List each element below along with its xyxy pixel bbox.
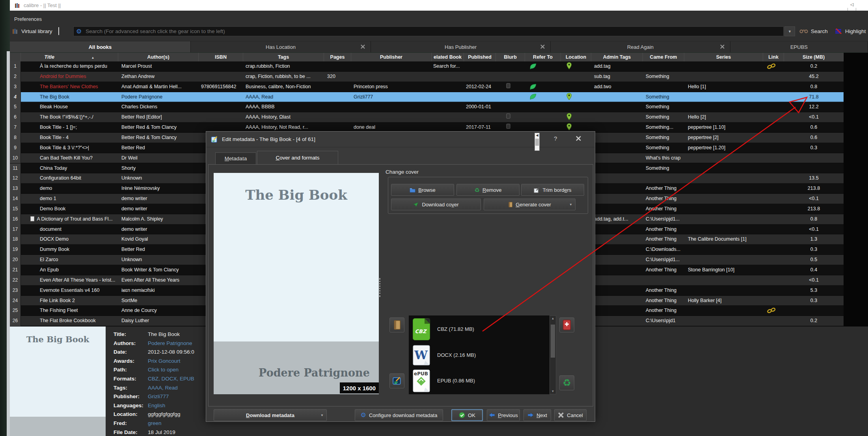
format-item-docx[interactable]: WDOCX (2.16 MB) bbox=[409, 345, 549, 367]
generate-cover-button[interactable]: Generate cover▼ bbox=[484, 199, 576, 210]
cell-title[interactable]: DOCX Demo bbox=[21, 234, 118, 245]
formats-scrollbar[interactable]: ▲ ▼ bbox=[549, 315, 556, 394]
format-item-epub[interactable]: ePUBEPUB (0.86 MB) bbox=[409, 369, 549, 394]
column-header-size[interactable]: Size (MB) bbox=[784, 53, 844, 61]
add-format-button[interactable] bbox=[559, 317, 574, 332]
dialog-mini-scroll-widget[interactable]: ◀ bbox=[535, 133, 540, 151]
cell-title[interactable]: An Epub bbox=[21, 265, 118, 275]
remove-button[interactable]: ♻Remove bbox=[456, 184, 520, 196]
virtual-library-button[interactable]: Virtual library bbox=[12, 26, 62, 36]
table-row[interactable]: 3The Bankers' New ClothesAnat Admati & M… bbox=[10, 82, 844, 92]
cell-title[interactable]: demo 1 bbox=[21, 194, 118, 204]
column-header-title[interactable]: Title ▲ bbox=[21, 53, 118, 61]
remove-format-button[interactable]: ♻ bbox=[559, 375, 574, 390]
cell-title[interactable]: Evernote Essentials v4 160 bbox=[21, 286, 118, 296]
chevron-down-icon[interactable]: ▼ bbox=[569, 203, 572, 206]
close-icon[interactable] bbox=[576, 136, 581, 141]
window-left-scroll-strip[interactable] bbox=[7, 51, 10, 436]
scroll-thumb[interactable] bbox=[551, 325, 555, 358]
search-history-dropdown[interactable]: ▼ bbox=[784, 26, 795, 36]
highlight-button[interactable]: Highlight bbox=[835, 26, 868, 36]
detail-value[interactable]: Grizli777 bbox=[148, 393, 169, 399]
tab-cover-and-formats[interactable]: Cover and formats bbox=[257, 151, 338, 164]
download-metadata-button[interactable]: Download metadata▼ bbox=[214, 409, 327, 421]
configure-download-metadata-button[interactable]: ⚙Configure download metadata bbox=[355, 409, 443, 421]
column-header-published[interactable]: Published bbox=[464, 53, 496, 61]
cell-title[interactable]: Book Title - 1 []=; bbox=[21, 122, 118, 133]
search-field[interactable]: ⚙ bbox=[73, 26, 784, 36]
detail-value[interactable]: Prix Goncourt bbox=[148, 358, 181, 364]
column-header-link[interactable]: Link bbox=[763, 53, 784, 61]
formats-list[interactable]: CBZCBZ (71.82 MB)WDOCX (2.16 MB)ePUBEPUB… bbox=[409, 315, 549, 394]
column-header-came[interactable]: Came From bbox=[643, 53, 684, 61]
library-tab-all-books[interactable]: All books bbox=[10, 41, 191, 52]
tab-close-icon[interactable] bbox=[361, 44, 365, 50]
cell-title[interactable]: Book Title & 3 \/:*?"<>| bbox=[21, 143, 118, 153]
detail-value[interactable]: green bbox=[148, 420, 162, 426]
cell-title[interactable]: The Bankers' New Clothes bbox=[21, 82, 118, 92]
cell-title[interactable]: Configuration 64bit bbox=[21, 173, 118, 184]
gear-icon[interactable]: ⚙ bbox=[76, 28, 82, 35]
cell-title[interactable]: A Dictionary of Trout and Bass Fl... bbox=[21, 214, 118, 224]
column-header-related[interactable]: elated Book bbox=[432, 53, 464, 61]
column-header-refer[interactable]: Refer To bbox=[525, 53, 561, 61]
cell-title[interactable]: China Today bbox=[21, 163, 118, 174]
edit-format-button[interactable] bbox=[389, 373, 404, 388]
table-row[interactable]: 4The Big BookPodere PatrignoneAAAA, Read… bbox=[10, 92, 844, 102]
chevron-down-icon[interactable]: ▼ bbox=[320, 414, 324, 417]
ok-button[interactable]: OK bbox=[451, 409, 483, 421]
scroll-up-icon[interactable]: ▲ bbox=[550, 317, 556, 320]
tab-close-icon[interactable] bbox=[540, 44, 545, 50]
library-tab-epubs[interactable]: EPUBS bbox=[730, 41, 868, 52]
cell-title[interactable]: document bbox=[21, 224, 118, 235]
trim-borders-button[interactable]: Trim borders bbox=[521, 184, 584, 196]
cell-title[interactable]: The Book !"#$%&'()*+,-./ bbox=[21, 112, 118, 122]
cell-title[interactable]: Even After All These Years - krist... bbox=[21, 275, 118, 286]
download-cover-button[interactable]: Download cover bbox=[391, 199, 481, 210]
column-header-row-number[interactable] bbox=[10, 53, 21, 61]
cell-title[interactable]: Bleak House bbox=[21, 102, 118, 112]
cell-title[interactable]: El Zarco bbox=[21, 255, 118, 265]
search-input[interactable] bbox=[85, 28, 756, 35]
detail-value[interactable]: English bbox=[148, 403, 165, 408]
column-header-isbn[interactable]: ISBN bbox=[199, 53, 243, 61]
library-tab-has-publisher[interactable]: Has Publisher bbox=[371, 41, 551, 52]
table-row[interactable]: 2Android for DummiesZethan Andrewcrap, F… bbox=[10, 72, 844, 82]
column-header-author[interactable]: Author(s) bbox=[118, 53, 199, 61]
search-button[interactable]: Search bbox=[799, 26, 828, 36]
tab-close-icon[interactable] bbox=[720, 44, 725, 50]
previous-button[interactable]: Previous bbox=[487, 409, 520, 421]
splitter-handle[interactable] bbox=[379, 278, 380, 297]
column-header-series[interactable]: Series bbox=[684, 53, 763, 61]
format-item-cbz[interactable]: CBZCBZ (71.82 MB) bbox=[409, 317, 549, 343]
detail-value[interactable]: Podere Patrignone bbox=[148, 340, 192, 346]
table-row[interactable]: 6The Book !"#$%&'()*+,-./Better Red [Edi… bbox=[10, 112, 844, 122]
detail-value[interactable]: Click to open bbox=[148, 367, 179, 373]
cell-title[interactable]: À la recherche du temps perdu bbox=[21, 61, 118, 72]
table-row[interactable]: 5Bleak HouseCharles DickensAAAA, BBBB200… bbox=[10, 102, 844, 112]
book-details-cover[interactable]: The Big Book bbox=[10, 327, 106, 436]
cancel-button[interactable]: Cancel bbox=[554, 409, 587, 421]
library-tab-has-location[interactable]: Has Location bbox=[191, 41, 371, 52]
help-button[interactable]: ? bbox=[554, 135, 557, 142]
cell-title[interactable]: demo bbox=[21, 184, 118, 194]
cell-title[interactable]: The Flat Broke Cookbook bbox=[21, 316, 118, 326]
cell-title[interactable]: Dummy Book bbox=[21, 245, 118, 255]
cell-title[interactable]: Can Bad Teeth Kill You? bbox=[21, 153, 118, 163]
cell-title[interactable]: Demo Book bbox=[21, 204, 118, 214]
column-header-admin[interactable]: Admin Tags bbox=[591, 53, 643, 61]
column-header-location[interactable]: Location bbox=[561, 53, 591, 61]
tab-metadata[interactable]: Metadata bbox=[215, 152, 256, 164]
library-tab-read-again[interactable]: Read Again bbox=[551, 41, 730, 52]
column-header-blurb[interactable]: Blurb bbox=[496, 53, 525, 61]
browse-button[interactable]: Browse bbox=[391, 184, 454, 196]
scroll-down-icon[interactable]: ▼ bbox=[550, 390, 556, 393]
cell-title[interactable]: File Link Book 2 bbox=[21, 296, 118, 306]
next-button[interactable]: Next bbox=[523, 409, 551, 421]
table-row[interactable]: 1À la recherche du temps perduMarcel Pro… bbox=[10, 61, 844, 72]
column-header-publisher[interactable]: Publisher bbox=[351, 53, 432, 61]
detail-value[interactable]: AAAA, Read bbox=[148, 385, 178, 391]
column-header-pages[interactable]: Pages bbox=[324, 53, 351, 61]
cell-title[interactable]: The Fishing Fleet bbox=[21, 306, 118, 316]
column-header-tags[interactable]: Tags bbox=[243, 53, 324, 61]
